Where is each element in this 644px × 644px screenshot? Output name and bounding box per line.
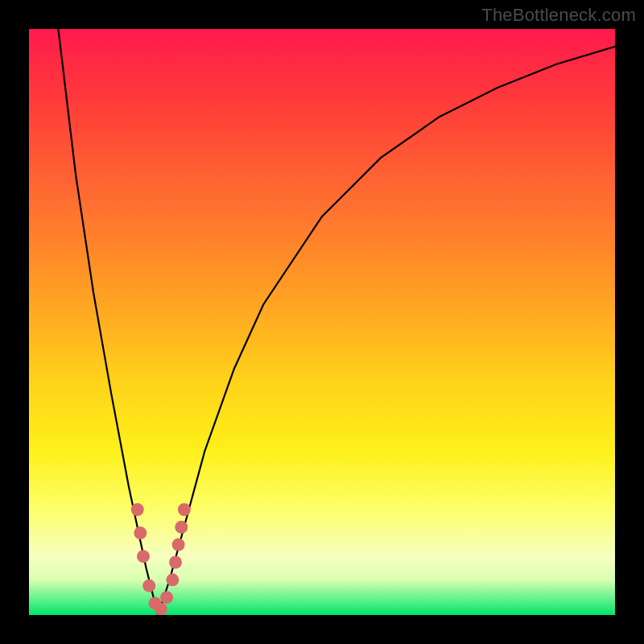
marker-dot xyxy=(172,539,185,551)
marker-dot xyxy=(131,503,144,516)
marker-dot xyxy=(175,521,188,534)
marker-dot xyxy=(137,550,150,563)
marker-dot xyxy=(155,603,167,615)
marker-dot xyxy=(166,573,179,586)
watermark-text: TheBottleneck.com xyxy=(481,5,636,26)
marker-dot xyxy=(178,503,191,516)
chart-frame: TheBottleneck.com xyxy=(0,0,644,644)
marker-dot xyxy=(160,591,173,604)
marker-group xyxy=(131,503,191,615)
marker-dot xyxy=(169,556,182,569)
chart-svg xyxy=(29,29,615,615)
marker-dot xyxy=(142,580,155,592)
plot-area xyxy=(29,29,615,615)
marker-dot xyxy=(134,526,147,539)
